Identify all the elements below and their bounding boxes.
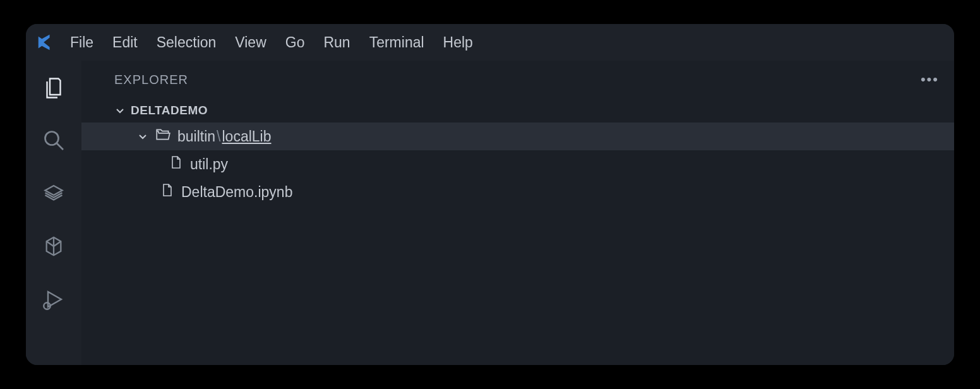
menu-edit[interactable]: Edit (112, 34, 138, 51)
file-icon (169, 155, 184, 174)
svg-point-0 (45, 132, 59, 145)
chevron-down-icon (114, 105, 126, 116)
file-label: DeltaDemo.ipynb (181, 184, 292, 201)
folder-prefix: builtin (177, 128, 215, 145)
menu-bar: File Edit Selection View Go Run Terminal… (70, 34, 473, 51)
menu-go[interactable]: Go (285, 34, 305, 51)
folder-row-locallib[interactable]: builtin\localLib (81, 123, 954, 150)
activity-bar (26, 61, 81, 365)
sidebar-title: EXPLORER (114, 73, 188, 87)
project-name: DELTADEMO (131, 104, 208, 117)
sidebar-header: EXPLORER ••• (81, 61, 954, 99)
more-actions-icon[interactable]: ••• (921, 71, 939, 88)
svg-line-1 (57, 143, 64, 150)
chevron-down-icon (137, 131, 148, 142)
folder-separator: \ (217, 128, 220, 145)
menu-terminal[interactable]: Terminal (369, 34, 424, 51)
folder-name: localLib (222, 128, 272, 145)
explorer-icon[interactable] (41, 75, 66, 100)
vscode-logo-icon (36, 33, 55, 52)
source-control-icon[interactable] (41, 181, 66, 206)
menu-selection[interactable]: Selection (157, 34, 217, 51)
explorer-sidebar: EXPLORER ••• DELTADEMO (81, 61, 954, 365)
run-debug-icon[interactable] (41, 287, 66, 312)
menu-run[interactable]: Run (323, 34, 350, 51)
project-header[interactable]: DELTADEMO (81, 99, 954, 123)
body-area: EXPLORER ••• DELTADEMO (26, 61, 954, 365)
menu-file[interactable]: File (70, 34, 93, 51)
menu-view[interactable]: View (235, 34, 266, 51)
file-row-deltademo[interactable]: DeltaDemo.ipynb (81, 178, 954, 206)
folder-open-icon (155, 126, 171, 147)
file-icon (160, 183, 175, 201)
extensions-icon[interactable] (41, 234, 66, 259)
file-row-util[interactable]: util.py (81, 150, 954, 178)
file-label: util.py (190, 156, 228, 173)
file-tree: builtin\localLib util.py (81, 123, 954, 206)
vscode-window: File Edit Selection View Go Run Terminal… (26, 24, 954, 365)
menu-help[interactable]: Help (443, 34, 473, 51)
search-icon[interactable] (41, 128, 66, 153)
folder-label: builtin\localLib (177, 128, 272, 145)
titlebar: File Edit Selection View Go Run Terminal… (26, 24, 954, 61)
